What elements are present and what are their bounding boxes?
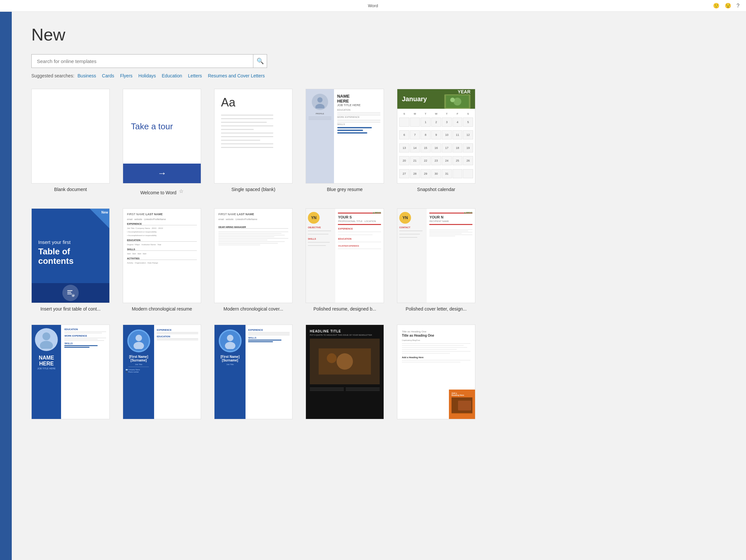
svg-point-11	[136, 335, 142, 341]
moo-badge: ▲MOO	[372, 211, 381, 214]
suggested-flyers[interactable]: Flyers	[120, 73, 133, 78]
template-label-pc: Polished cover letter, design...	[406, 306, 467, 311]
suggested-resumes[interactable]: Resumes and Cover Letters	[208, 73, 265, 78]
template-thumb-blog: Title as Heading One Title as Heading On…	[397, 325, 475, 419]
template-label-cal: Snapshot calendar	[417, 187, 455, 192]
nl-grid	[310, 387, 380, 392]
rp-avatar	[35, 328, 58, 351]
template-thumb-mcc: FIRST NAME LAST NAME email · website · L…	[214, 208, 292, 303]
template-label-pr: Polished resume, designed b...	[313, 306, 376, 311]
svg-point-3	[454, 97, 461, 106]
template-thumb-bc2: [First Name] [Surname] Job Title Experie…	[214, 325, 292, 419]
template-snapshot-calendar[interactable]: January YEAR S M T W T	[397, 89, 475, 195]
bc1-inner: [First Name] [Surname] Job Title 📧 Compa…	[123, 325, 201, 419]
polished-cover-right: YOUR N RECIPIENT NAME	[427, 209, 475, 303]
svg-rect-19	[458, 401, 471, 411]
template-label-blank: Blank document	[54, 187, 87, 192]
template-polished-resume[interactable]: YN OBJECTIVE SKILLS YOUR S PROFESSIONAL …	[306, 208, 384, 311]
svg-point-4	[450, 97, 455, 102]
nl-headline: HEADLINE TITLE	[310, 330, 380, 333]
template-modern-chrono-cover[interactable]: FIRST NAME LAST NAME email · website · L…	[214, 208, 292, 311]
mcc-inner: FIRST NAME LAST NAME email · website · L…	[214, 209, 292, 303]
bc2-left: [First Name] [Surname] Job Title	[214, 325, 246, 419]
rp-inner: NAME HERE JOB TITLE HERE EDUCATION WORK …	[32, 325, 109, 419]
search-button[interactable]: 🔍	[253, 54, 267, 68]
polished-left: YN OBJECTIVE SKILLS	[306, 209, 335, 303]
template-thumb-single: Aa	[214, 89, 292, 184]
suggested-education[interactable]: Education	[162, 73, 182, 78]
template-blog[interactable]: Title as Heading One Title as Heading On…	[397, 325, 475, 423]
toc-bottom	[32, 283, 109, 303]
polished-exp: EXPERIENCE	[338, 228, 381, 230]
template-thumb-pr: YN OBJECTIVE SKILLS YOUR S PROFESSIONAL …	[306, 208, 384, 303]
suggested-business[interactable]: Business	[78, 73, 96, 78]
nl-inner: HEADLINE TITLE PUT A QUOTE TO HIGHLIGHT …	[306, 325, 383, 419]
bgr-name2: HERE	[337, 99, 380, 104]
template-welcome-word[interactable]: Take a tour → Welcome to Word ☆	[123, 89, 201, 195]
jan-header: January YEAR	[397, 89, 475, 109]
tour-text: Take a tour	[131, 121, 173, 132]
svg-point-13	[227, 335, 233, 341]
template-blue-circle-2[interactable]: [First Name] [Surname] Job Title Experie…	[214, 325, 292, 423]
emoji-icon[interactable]: 🙂	[713, 3, 720, 9]
polished-section1: OBJECTIVE	[308, 226, 333, 229]
template-label-welcome: Welcome to Word	[140, 190, 177, 195]
svg-point-9	[42, 332, 50, 340]
polished-cover-left: YN CONTACT	[397, 209, 427, 303]
bgr-title: JOB TITLE HERE	[337, 104, 380, 107]
single-spaced-aa: Aa	[221, 96, 235, 109]
blog-tag: Title as Heading One	[402, 330, 470, 333]
template-newsletter[interactable]: HEADLINE TITLE PUT A QUOTE TO HIGHLIGHT …	[306, 325, 384, 423]
main-content: New 🔍 Suggested searches: Business Cards…	[12, 12, 746, 560]
svg-rect-6	[67, 292, 71, 292]
sidebar	[0, 12, 12, 560]
polished-cover-name: YOUR N	[429, 215, 472, 219]
template-thumb-blank	[31, 89, 110, 184]
moo-badge2: ▲MOO	[464, 211, 472, 214]
suggested-letters[interactable]: Letters	[188, 73, 202, 78]
template-modern-chrono-resume[interactable]: FIRST NAME LAST NAME email · website · L…	[123, 208, 201, 311]
template-resume-photo[interactable]: NAME HERE JOB TITLE HERE EDUCATION WORK …	[31, 325, 110, 423]
svg-point-0	[317, 97, 322, 103]
polished-right: YOUR S PROFESSIONAL TITLE · LOCATION EXP…	[335, 209, 383, 303]
blog-orange-block: Add a Reading Here	[449, 390, 475, 419]
template-thumb-cal: January YEAR S M T W T	[397, 89, 475, 184]
suggested-cards[interactable]: Cards	[102, 73, 114, 78]
polished-cover-inner: YN CONTACT YOUR N RECIPIENT NAME	[397, 209, 475, 303]
svg-point-1	[315, 104, 324, 108]
svg-rect-7	[67, 293, 72, 294]
bgr-section1: EDUCATION	[337, 109, 380, 111]
help-icon[interactable]: ?	[737, 3, 740, 9]
sad-icon[interactable]: 😟	[725, 3, 731, 9]
svg-point-16	[337, 353, 353, 370]
cover-contact: CONTACT	[399, 226, 425, 229]
svg-point-17	[327, 353, 337, 363]
template-label-single: Single spaced (blank)	[231, 187, 276, 192]
template-label-mcc: Modern chronological cover...	[224, 306, 283, 311]
polished-section2: SKILLS	[308, 238, 333, 240]
bc1-right: Experience Education	[154, 325, 201, 419]
template-blue-circle-1[interactable]: [First Name] [Surname] Job Title 📧 Compa…	[123, 325, 201, 423]
rp-right: EDUCATION WORK EXPERIENCE SKILLS	[61, 325, 109, 419]
suggested-holidays[interactable]: Holidays	[138, 73, 156, 78]
svg-point-14	[225, 342, 235, 349]
template-label-bgr: Blue grey resume	[327, 187, 363, 192]
template-single-spaced[interactable]: Aa Single spaced (blank)	[214, 89, 292, 195]
template-thumb-rp: NAME HERE JOB TITLE HERE EDUCATION WORK …	[31, 325, 110, 419]
template-label-mcr: Modern chronological resume	[132, 306, 192, 311]
template-toc[interactable]: New Insert your first Table ofcontents I…	[31, 208, 110, 311]
pin-icon[interactable]: ☆	[179, 188, 183, 194]
template-thumb-toc: New Insert your first Table ofcontents	[31, 208, 110, 303]
templates-grid: Blank document Take a tour → Welcome to …	[31, 89, 726, 423]
template-blank-doc[interactable]: Blank document	[31, 89, 110, 195]
toc-title: Table ofcontents	[38, 247, 74, 265]
template-polished-cover[interactable]: YN CONTACT YOUR N RECIPIENT NAME	[397, 208, 475, 311]
polished-sub: PROFESSIONAL TITLE · LOCATION	[338, 220, 381, 222]
search-icon: 🔍	[257, 57, 264, 65]
search-input[interactable]	[31, 54, 253, 68]
svg-point-8	[71, 294, 75, 297]
title-bar-controls: 🙂 😟 ?	[713, 3, 740, 9]
toc-icon	[62, 285, 79, 301]
polished-your-name: YOUR S	[338, 215, 381, 219]
template-blue-grey-resume[interactable]: PROFILE NAME HERE JOB TITLE HERE EDUCATI…	[306, 89, 384, 195]
